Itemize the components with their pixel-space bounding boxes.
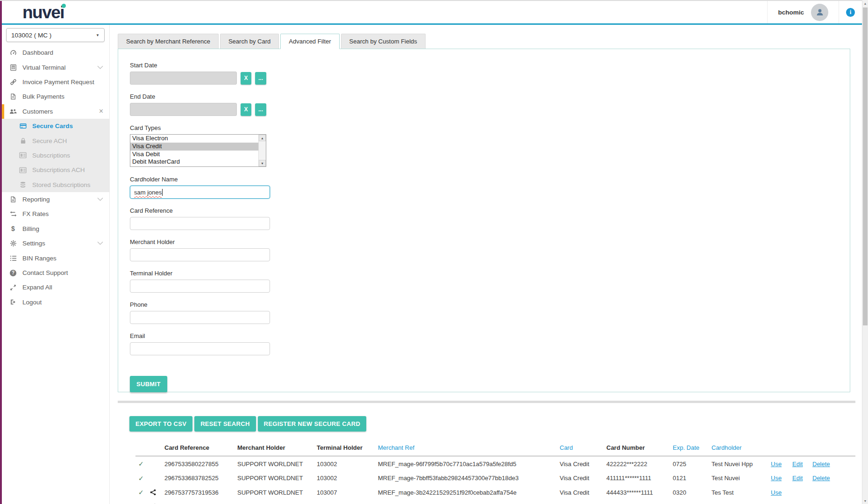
delete-link[interactable]: Delete (812, 475, 830, 482)
credit-card-icon (19, 122, 27, 130)
email-input[interactable] (130, 342, 270, 355)
scroll-down-icon[interactable]: ▼ (259, 160, 266, 166)
use-link[interactable]: Use (771, 489, 782, 496)
use-link[interactable]: Use (771, 461, 782, 468)
column-header-cardholder[interactable]: Cardholder (711, 444, 771, 451)
cell-merchant-holder: SUPPORT WORLDNET (237, 489, 317, 496)
register-new-secure-card-button[interactable]: REGISTER NEW SECURE CARD (258, 416, 367, 432)
end-date-clear-button[interactable]: X (241, 103, 251, 116)
sidebar-item-subscriptions-ach[interactable]: Subscriptions ACH (2, 163, 109, 177)
cardholder-name-label: Cardholder Name (130, 176, 850, 183)
tab-search-by-card[interactable]: Search by Card (220, 34, 279, 49)
tab-advanced-filter[interactable]: Advanced Filter (280, 34, 339, 49)
sidebar-item-subscriptions[interactable]: Subscriptions (2, 148, 109, 163)
submit-button[interactable]: SUBMIT (130, 376, 167, 392)
tab-search-by-custom-fields[interactable]: Search by Custom Fields (341, 34, 426, 49)
end-date-field: End Date X ... (130, 93, 850, 116)
column-header-card-number[interactable]: Card Number (606, 444, 673, 451)
sidebar-item-bin-ranges[interactable]: BIN Ranges (2, 251, 109, 265)
chevron-down-icon[interactable] (97, 65, 103, 70)
page-scrollbar[interactable]: ▲ ▼ (862, 0, 868, 504)
edit-link[interactable]: Edit (792, 475, 803, 482)
sidebar-item-fx-rates[interactable]: FX Rates (2, 207, 109, 221)
cell-merchant-holder: SUPPORT WORLDNET (237, 475, 317, 482)
export-to-csv-button[interactable]: EXPORT TO CSV (129, 416, 192, 432)
sidebar-item-billing[interactable]: $Billing (2, 222, 109, 236)
column-header-merchant-ref[interactable]: Merchant Ref (378, 444, 560, 451)
column-header-card[interactable]: Card (560, 444, 606, 451)
reset-search-button[interactable]: RESET SEARCH (194, 416, 256, 432)
gear-icon (9, 240, 17, 247)
start-date-clear-button[interactable]: X (241, 72, 251, 85)
row-status-icons: ✓ (135, 475, 164, 482)
chevron-down-icon[interactable] (97, 241, 103, 245)
sidebar-item-label: Bulk Payments (22, 93, 64, 100)
end-date-input[interactable] (130, 103, 237, 116)
card-types-listbox[interactable]: Visa ElectronVisa CreditVisa DebitDebit … (130, 134, 266, 167)
merchant-holder-field: Merchant Holder (130, 238, 850, 261)
sidebar-item-bulk-payments[interactable]: Bulk Payments (2, 89, 109, 104)
cell-action: Delete (812, 475, 845, 482)
cell-cardholder: Test Nuvei Hpp (711, 461, 771, 468)
card-type-option-visa-debit[interactable]: Visa Debit (130, 151, 258, 158)
column-header-merchant-holder[interactable]: Merchant Holder (237, 444, 317, 451)
lock-icon (19, 137, 27, 144)
sidebar-item-contact-support[interactable]: ?Contact Support (2, 266, 109, 280)
sidebar-item-invoice-payment-request[interactable]: Invoice Payment Request (2, 75, 109, 89)
tab-search-by-merchant-reference[interactable]: Search by Merchant Reference (118, 34, 219, 49)
phone-input[interactable] (130, 311, 270, 324)
user-menu[interactable]: bchomic (767, 1, 839, 23)
use-link[interactable]: Use (771, 475, 782, 482)
cell-action: Delete (812, 461, 845, 468)
merchant-holder-input[interactable] (130, 248, 270, 261)
listbox-scrollbar[interactable]: ▲ ▼ (258, 135, 266, 166)
scroll-up-icon[interactable]: ▲ (259, 135, 266, 141)
search-tabs: Search by Merchant Reference Search by C… (118, 34, 862, 49)
sidebar-item-reporting[interactable]: Reporting (2, 192, 109, 207)
card-reference-input[interactable] (130, 217, 270, 230)
cardholder-name-input[interactable]: sam jones (130, 186, 270, 199)
sidebar-item-virtual-terminal[interactable]: Virtual Terminal (2, 60, 109, 74)
sidebar-item-expand-all[interactable]: Expand All (2, 280, 109, 295)
scrollbar-thumb[interactable] (863, 7, 868, 325)
cell-exp-date: 0121 (673, 475, 711, 482)
card-type-option-visa-credit[interactable]: Visa Credit (130, 143, 258, 151)
scrollbar-up-icon[interactable]: ▲ (862, 0, 868, 7)
cardholder-name-value: sam jones (134, 189, 162, 196)
avatar[interactable] (811, 4, 828, 21)
expand-icon (9, 284, 17, 291)
edit-link[interactable]: Edit (792, 461, 803, 468)
scrollbar-down-icon[interactable]: ▼ (862, 497, 868, 504)
database-icon (19, 181, 27, 188)
start-date-picker-button[interactable]: ... (255, 72, 266, 85)
column-header-terminal-holder[interactable]: Terminal Holder (317, 444, 378, 451)
results-section: EXPORT TO CSV RESET SEARCH REGISTER NEW … (118, 401, 855, 504)
sidebar-item-label: Subscriptions (32, 152, 70, 159)
sidebar-item-settings[interactable]: Settings (2, 236, 109, 251)
chevron-down-icon[interactable] (97, 197, 103, 202)
sidebar-item-stored-subscriptions[interactable]: Stored Subscriptions (2, 178, 109, 192)
sidebar-item-dashboard[interactable]: Dashboard (2, 45, 109, 60)
sidebar-item-label: Reporting (22, 196, 50, 203)
delete-link[interactable]: Delete (812, 461, 830, 468)
close-icon[interactable]: × (99, 108, 103, 115)
check-icon: ✓ (138, 475, 144, 482)
end-date-picker-button[interactable]: ... (255, 103, 266, 116)
terminal-select[interactable]: 103002 ( MC ) ▼ (6, 28, 105, 42)
info-button[interactable]: i (839, 1, 862, 23)
sidebar-item-logout[interactable]: Logout (2, 295, 109, 310)
text-cursor (162, 189, 163, 196)
sidebar-item-secure-cards[interactable]: Secure Cards (2, 119, 109, 133)
person-icon (815, 7, 825, 17)
start-date-input[interactable] (130, 72, 237, 85)
sidebar-item-secure-ach[interactable]: Secure ACH (2, 133, 109, 148)
card-type-option-debit-mastercard[interactable]: Debit MasterCard (130, 158, 258, 166)
column-header-exp-date[interactable]: Exp. Date (673, 444, 711, 451)
column-header-card-reference[interactable]: Card Reference (164, 444, 237, 451)
terminal-holder-input[interactable] (130, 280, 270, 293)
sidebar-item-label: Invoice Payment Request (22, 79, 94, 86)
cell-cardholder: Tes Test (711, 489, 771, 496)
card-type-option-visa-electron[interactable]: Visa Electron (130, 135, 258, 143)
cell-card-reference: 2967537757319536 (164, 489, 237, 496)
sidebar-item-customers[interactable]: Customers× (2, 104, 109, 119)
